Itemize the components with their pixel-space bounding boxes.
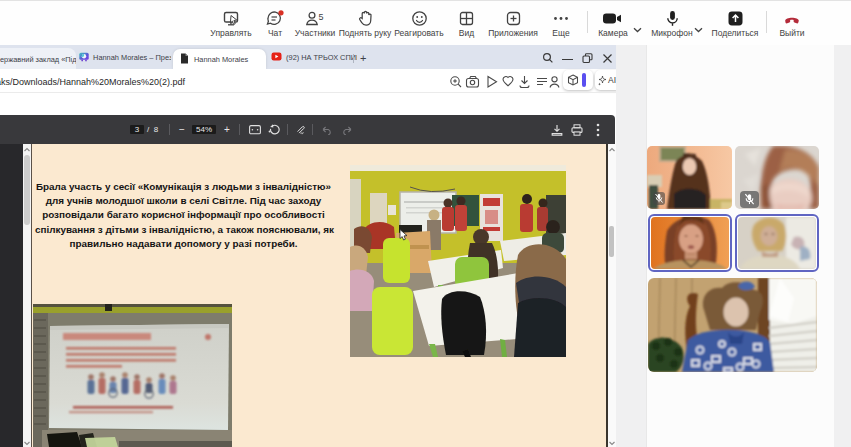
svg-text:5: 5 — [319, 12, 324, 22]
